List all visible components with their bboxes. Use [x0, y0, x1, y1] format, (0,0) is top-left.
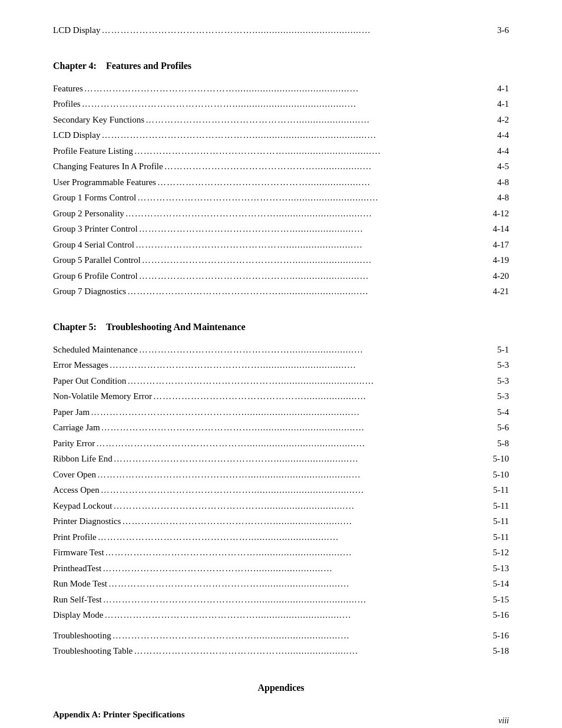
toc-label: Ribbon Life End [53, 452, 113, 466]
toc-entry: Group 7 Diagnostics………………………………………….....… [53, 285, 509, 298]
toc-entry: Access Open………………………………………….............… [53, 483, 509, 497]
toc-page: 5-10 [485, 468, 509, 482]
toc-entry: Printer Diagnostics …………………………………………....… [53, 515, 509, 528]
dots-fill: …………………………………………........................… [91, 407, 360, 417]
toc-label: Group 4 Serial Control [53, 238, 134, 252]
toc-dots: …………………………………………........................… [134, 144, 484, 158]
toc-entry: Paper Jam …………………………………………..............… [53, 406, 509, 419]
toc-label: Changing Features In A Profile [53, 160, 163, 173]
toc-dots: …………………………………………........................… [122, 515, 484, 528]
toc-dots: …………………………………………........................… [135, 238, 484, 252]
toc-entry: Group 3 Printer Control …………………………………………… [53, 222, 509, 236]
toc-label: PrintheadTest [53, 562, 101, 575]
toc-dots: ……………………………………….........................… [113, 629, 484, 643]
toc-entry: Paper Out Condition………………………………………….....… [53, 374, 509, 388]
toc-page: 5-12 [485, 546, 509, 559]
toc-page: 4-5 [485, 160, 509, 173]
dots-fill: …………………………………………........................… [127, 376, 374, 386]
toc-dots: …………………………………………........................… [91, 406, 484, 419]
toc-label: Paper Jam [53, 406, 90, 419]
toc-label: Non-Volatile Memory Error [53, 390, 152, 403]
toc-page: 4-17 [485, 238, 509, 252]
toc-dots: …………………………………………........................… [137, 191, 484, 205]
toc-dots: …………………………………………........................… [108, 577, 484, 591]
toc-entry: Group 1 Forms Control…………………………………………...… [53, 191, 509, 205]
toc-entry: Secondary Key Functions …………………………………………… [53, 113, 509, 127]
toc-label: Print Profile [53, 531, 97, 544]
toc-page: 5-1 [485, 343, 509, 357]
toc-label: Group 2 Personality [53, 207, 124, 220]
toc-page: 5-10 [485, 452, 509, 466]
toc-entry: Run Self-Test…………………………………………...........… [53, 593, 509, 607]
toc-entry: Profile Feature Listing………………………………………….… [53, 144, 509, 158]
toc-label: Printer Diagnostics [53, 515, 121, 528]
toc-label: Access Open [53, 483, 100, 497]
toc-page: 5-13 [485, 562, 509, 575]
appendices-title: Appendices [53, 683, 509, 693]
toc-entry: Keypad Lockout ………………………………………….........… [53, 499, 509, 513]
toc-page: 4-2 [485, 113, 509, 127]
toc-page: 5-11 [485, 499, 509, 513]
dots-fill: …………………………………………........................… [139, 271, 369, 281]
toc-dots: …………………………………………........................… [96, 437, 484, 450]
toc-page: 4-20 [485, 269, 509, 283]
toc-entry: Troubleshooting Table …………………………………………..… [53, 644, 509, 658]
toc-page: 5-18 [485, 644, 509, 658]
toc-dots: ………………………………………….................… [164, 160, 484, 173]
dots-fill: …………………………………………........................… [97, 470, 361, 479]
dots-fill: …………………………………………........................… [98, 532, 339, 542]
toc-label: Error Messages [53, 358, 108, 372]
toc-page: 5-3 [485, 358, 509, 372]
toc-page: 5-3 [485, 390, 509, 403]
toc-entry: Firmware Test …………………………………………..........… [53, 546, 509, 559]
toc-dots: …………………………………………........................… [101, 483, 484, 497]
toc-entry: Group 5 Parallel Control…………………………………………… [53, 253, 509, 267]
toc-label: Troubleshooting Table [53, 644, 133, 658]
toc-label: Secondary Key Functions [53, 113, 144, 127]
toc-dots: …………………………………………........................… [142, 253, 484, 267]
toc-label: Run Self-Test [53, 593, 102, 607]
dots-fill: …………………………………………........................… [101, 423, 365, 432]
toc-dots: …………………………………………........................… [101, 24, 484, 37]
dots-fill: ………………………………………….......................… [139, 224, 363, 233]
dots-fill: …………………………………………........................… [101, 485, 365, 495]
toc-page: 5-3 [485, 374, 509, 388]
toc-dots: …………………………………………........................… [101, 421, 484, 434]
chapter5-entries: Scheduled Maintenance …………………………………………..… [53, 343, 509, 622]
toc-page: 3-6 [485, 24, 509, 37]
toc-dots: …………………………………………........................… [105, 546, 484, 559]
dots-fill: …………………………………………........................… [127, 286, 369, 296]
toc-label: Features [53, 82, 83, 95]
toc-page: 5-8 [485, 437, 509, 450]
toc-dots: ………………………………………….......................… [134, 644, 484, 658]
dots-fill: …………………………………………........................… [134, 146, 381, 156]
toc-label: Display Mode [53, 608, 103, 622]
toc-dots: ………………………………………….......................… [139, 343, 484, 357]
chapter5-bottom-entries: Troubleshooting ……………………………………….........… [53, 629, 509, 658]
toc-entry: Run Mode Test …………………………………………..........… [53, 577, 509, 591]
dots-fill: …………………………………………........................… [103, 595, 367, 604]
toc-entry: Features…………………………………………................… [53, 82, 509, 95]
toc-page: 4-4 [485, 129, 509, 142]
toc-page: 5-14 [485, 577, 509, 591]
toc-dots: …………………………………………........................… [97, 468, 484, 482]
toc-label: Troubleshooting [53, 629, 111, 643]
toc-dots: …………………………………………........................… [103, 593, 484, 607]
toc-label: Group 5 Parallel Control [53, 253, 141, 267]
toc-dots: …………………………………………........................… [113, 499, 484, 513]
toc-entry: Parity Error…………………………………………............… [53, 437, 509, 450]
toc-page: 4-8 [485, 176, 509, 189]
toc-page: 5-15 [485, 593, 509, 607]
toc-entry: Error Messages ………………………………………….........… [53, 358, 509, 372]
toc-entry: Group 4 Serial Control ………………………………………….… [53, 238, 509, 252]
toc-label: Carriage Jam [53, 421, 100, 434]
toc-page: 4-21 [485, 285, 509, 298]
dots-fill: …………………………………………........................… [101, 25, 371, 35]
dots-fill: …………………………………………........................… [104, 610, 351, 620]
toc-page: 5-16 [485, 608, 509, 622]
toc-page: 4-12 [485, 207, 509, 220]
toc-label: LCD Display [53, 129, 100, 142]
dots-fill: …………………………………………........................… [142, 255, 372, 265]
chapter5-title: Troubleshooting And Maintenance [106, 322, 246, 332]
chapter4-title: Features and Profiles [106, 61, 191, 71]
